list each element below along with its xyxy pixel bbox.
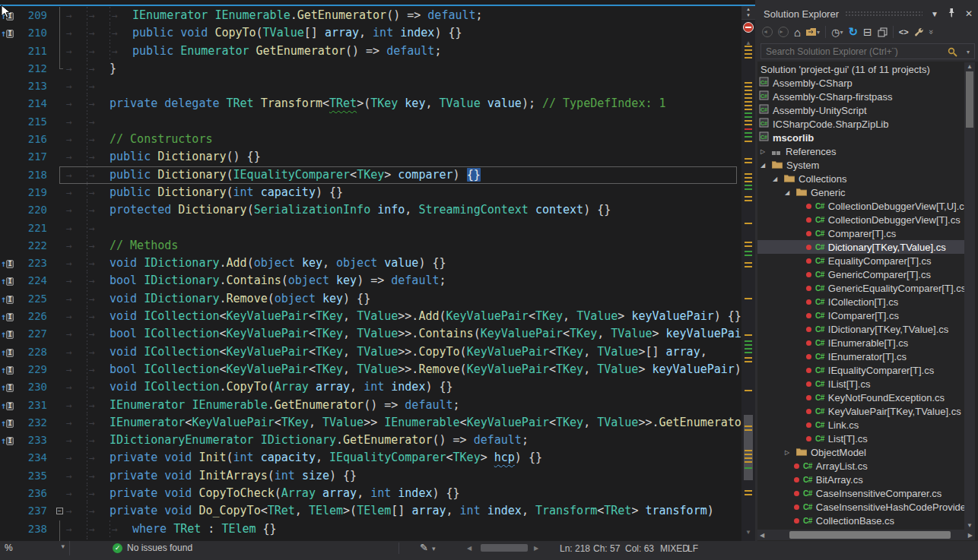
tree-item-file[interactable]: C#IEqualityComparer[T].cs xyxy=(757,363,964,377)
tree-item-file[interactable]: C#Comparer[T].cs xyxy=(757,226,964,240)
scrollbar-thumb[interactable] xyxy=(481,544,528,552)
code-line-222[interactable]: 222→→// Methods xyxy=(0,237,741,255)
search-box[interactable]: ▾ xyxy=(760,43,975,59)
tree-item-project[interactable]: C#mscorlib xyxy=(757,131,964,144)
tree-item-file[interactable]: C#CaseInsensitiveHashCodeProvider.cs xyxy=(757,500,964,514)
code-line-228[interactable]: ↑I228→→void ICollection<KeyValuePair<TKe… xyxy=(0,343,741,361)
code-line-235[interactable]: 235→→private void InitArrays(int size) {… xyxy=(0,467,741,485)
close-icon[interactable]: ✕ xyxy=(963,8,975,19)
status-line[interactable]: Ln: 218 xyxy=(560,543,590,554)
search-icon[interactable] xyxy=(948,46,957,60)
pin-icon[interactable] xyxy=(945,8,958,19)
view-code-icon[interactable]: <> xyxy=(899,27,909,36)
refresh-icon[interactable]: ↻ xyxy=(848,25,858,39)
code-line-214[interactable]: 214→→private delegate TRet Transform<TRe… xyxy=(0,95,741,112)
toolbar-overflow-icon[interactable]: » xyxy=(927,30,936,34)
code-line-231[interactable]: ↑I231→→IEnumerator IEnumerable.GetEnumer… xyxy=(0,397,741,414)
collapsed-icon[interactable]: ▷ xyxy=(785,449,792,456)
code-line-229[interactable]: ↑I229→→bool ICollection<KeyValuePair<TKe… xyxy=(0,361,741,378)
scroll-left-icon[interactable]: ◀ xyxy=(760,532,764,539)
code-line-212[interactable]: 212→→} xyxy=(0,60,741,78)
code-line-232[interactable]: ↑I232→→IEnumerator<KeyValuePair<TKey, TV… xyxy=(0,414,741,432)
status-eol[interactable]: LF xyxy=(687,543,698,554)
code-line-217[interactable]: 217→→public Dictionary() {} xyxy=(0,148,741,166)
tree-item-file[interactable]: C#Dictionary[TKey,TValue].cs xyxy=(757,240,964,254)
code-line-237[interactable]: 237−→→private void Do_CopyTo<TRet, TElem… xyxy=(0,502,741,520)
tree-item-project[interactable]: C#Assembly-CSharp xyxy=(757,76,964,90)
scrollbar-thumb[interactable] xyxy=(744,415,753,480)
code-line-238[interactable]: 238→→→where TRet : TElem {} xyxy=(0,520,741,538)
status-column[interactable]: Col: 63 xyxy=(625,543,654,554)
scroll-right-icon[interactable]: ▶ xyxy=(968,532,973,539)
tree-vertical-scrollbar[interactable]: ▲ ▼ xyxy=(964,62,975,530)
code-line-209[interactable]: ↑I209→→→IEnumerator IEnumerable.GetEnume… xyxy=(0,7,741,24)
tree-item-file[interactable]: C#EqualityComparer[T].cs xyxy=(757,254,964,267)
code-line-216[interactable]: 216→→// Constructors xyxy=(0,131,741,148)
sync-with-active-document-icon[interactable]: ▾ xyxy=(806,27,820,36)
tree-item-file[interactable]: C#CollectionDebuggerView[T].cs xyxy=(757,213,964,226)
scrollbar-thumb[interactable] xyxy=(966,71,973,128)
code-line-210[interactable]: ↑I210→→→public void CopyTo(TValue[] arra… xyxy=(0,24,741,42)
properties-wrench-icon[interactable] xyxy=(914,27,924,37)
code-editor[interactable]: ↑I209→→→IEnumerator IEnumerable.GetEnume… xyxy=(0,0,755,541)
scroll-down-icon[interactable]: ▼ xyxy=(964,522,975,529)
tree-item-file[interactable]: C#ArrayList.cs xyxy=(757,459,964,473)
expanded-icon[interactable]: ◢ xyxy=(785,189,792,196)
tree-item-file[interactable]: C#IComparer[T].cs xyxy=(757,308,964,322)
code-line-234[interactable]: 234→→private void Init(int capacity, IEq… xyxy=(0,449,741,467)
expanded-icon[interactable]: ◢ xyxy=(773,176,780,182)
code-line-215[interactable]: 215→→ xyxy=(0,113,741,131)
collapse-all-icon[interactable]: ⊟ xyxy=(863,26,872,38)
tree-item-file[interactable]: C#GenericComparer[T].cs xyxy=(757,267,964,281)
back-icon[interactable]: ◄ xyxy=(762,27,773,37)
scrollbar-thumb[interactable] xyxy=(789,531,951,539)
tree-item-file[interactable]: C#IList[T].cs xyxy=(757,377,964,391)
code-line-219[interactable]: 219→→public Dictionary(int capacity) {} xyxy=(0,184,741,201)
tree-horizontal-scrollbar[interactable]: ◀ ▶ xyxy=(757,530,975,540)
tree-item-folder[interactable]: ◢System xyxy=(757,158,964,172)
forward-icon[interactable]: ► xyxy=(778,27,789,37)
tree-item-file[interactable]: C#KeyValuePair[TKey,TValue].cs xyxy=(757,404,964,418)
tree-item-file[interactable]: C#CollectionBase.cs xyxy=(757,514,964,527)
tree-item-folder[interactable]: ◢Collections xyxy=(757,172,964,185)
code-line-218[interactable]: 218→→public Dictionary(IEqualityComparer… xyxy=(0,166,741,184)
home-icon[interactable]: ⌂ xyxy=(794,26,801,39)
code-line-220[interactable]: 220→→protected Dictionary(SerializationI… xyxy=(0,201,741,219)
history-filter-icon[interactable]: ◷▾ xyxy=(831,27,843,38)
collapsed-icon[interactable]: ▷ xyxy=(760,148,768,155)
zoom-select[interactable]: % ▾ xyxy=(0,541,70,555)
fold-margin[interactable]: − xyxy=(55,502,64,520)
show-all-files-icon[interactable] xyxy=(878,27,888,37)
collapse-region-icon[interactable]: − xyxy=(56,508,63,514)
tree-item-project[interactable]: C#ICSharpCode.SharpZipLib xyxy=(757,117,964,131)
tree-item-solution[interactable]: Solution 'project-gui' (11 of 11 project… xyxy=(757,62,964,76)
tree-item-file[interactable]: C#IEnumerable[T].cs xyxy=(757,336,964,350)
splitter-handle-icon[interactable]: ▴▾ xyxy=(741,6,755,20)
search-options-icon[interactable]: ▾ xyxy=(967,49,970,55)
tree-item-file[interactable]: C#CaseInsensitiveComparer.cs xyxy=(757,486,964,500)
tree-item-file[interactable]: C#List[T].cs xyxy=(757,432,964,445)
document-health-indicator[interactable]: ✓ No issues found xyxy=(113,543,192,553)
code-area[interactable]: ↑I209→→→IEnumerator IEnumerable.GetEnume… xyxy=(0,7,741,541)
code-line-226[interactable]: ↑I226→→void ICollection<KeyValuePair<TKe… xyxy=(0,308,741,325)
code-line-227[interactable]: ↑I227→→bool ICollection<KeyValuePair<TKe… xyxy=(0,325,741,343)
tree-item-file[interactable]: C#Link.cs xyxy=(757,418,964,432)
code-line-211[interactable]: 211→→→public Enumerator GetEnumerator() … xyxy=(0,43,741,60)
tree-item-file[interactable]: C#CollectionDebuggerView[T,U].cs xyxy=(757,199,964,213)
scroll-up-icon[interactable]: ▲ xyxy=(964,63,975,70)
tree-item-references[interactable]: ▷References xyxy=(757,144,964,158)
code-line-224[interactable]: ↑I224→→bool IDictionary.Contains(object … xyxy=(0,272,741,289)
tree-item-folder[interactable]: ◢Generic xyxy=(757,185,964,199)
search-input[interactable] xyxy=(761,45,930,59)
editor-horizontal-scrollbar[interactable] xyxy=(479,543,531,552)
code-line-230[interactable]: ↑I230→→void ICollection.CopyTo(Array arr… xyxy=(0,378,741,396)
drag-grip[interactable] xyxy=(845,11,922,17)
tree-item-file[interactable]: C#GenericEqualityComparer[T].cs xyxy=(757,281,964,295)
scroll-down-icon[interactable]: ▼ xyxy=(741,529,755,536)
tree-item-file[interactable]: C#IEnumerator[T].cs xyxy=(757,350,964,363)
expanded-icon[interactable]: ◢ xyxy=(760,162,768,169)
code-line-236[interactable]: 236→→private void CopyToCheck(Array arra… xyxy=(0,485,741,502)
code-line-223[interactable]: ↑I223→→void IDictionary.Add(object key, … xyxy=(0,255,741,272)
tree-item-folder[interactable]: ▷ObjectModel xyxy=(757,445,964,459)
status-char[interactable]: Ch: 57 xyxy=(593,543,620,554)
